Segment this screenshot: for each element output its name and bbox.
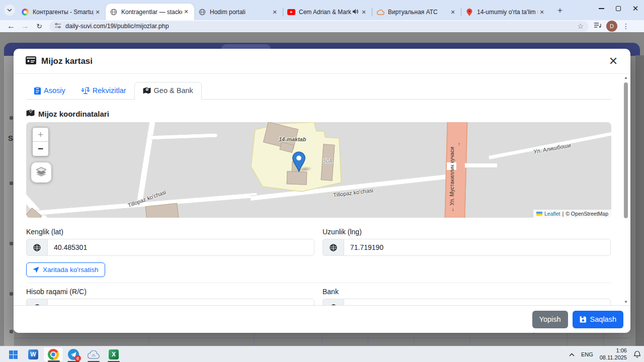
globe-favicon-icon	[198, 8, 206, 16]
windows-taskbar: W 8 X ENG	[0, 346, 644, 362]
osm-link[interactable]: © OpenStreetMap	[566, 211, 608, 217]
profile-avatar[interactable]: D	[606, 21, 617, 32]
show-on-map-button[interactable]: Xaritada ko'rsatish	[26, 262, 105, 277]
map-direction-arrow: ↑	[458, 141, 460, 147]
tab-audio-icon[interactable]	[352, 9, 358, 16]
modal-body: Asosiy Rekvizitlar Geo & Bank Mijoz koor…	[14, 74, 630, 305]
smartup-favicon-icon	[21, 8, 29, 16]
browser-tab-school-map[interactable]: 14-umumiy o'rta ta'lim ma ✕	[461, 4, 550, 20]
tab-groups-icon[interactable]	[594, 22, 601, 31]
map-road-connector	[465, 163, 497, 168]
account-label: Hisob raqami (R/C)	[26, 288, 314, 296]
leaflet-link[interactable]: Leaflet	[544, 211, 560, 217]
show-on-map-label: Xaritada ko'rsatish	[43, 266, 99, 274]
tab-geo-bank[interactable]: Geo & Bank	[134, 82, 202, 100]
tab-close-icon[interactable]: ✕	[538, 8, 546, 16]
reload-button[interactable]: ↻	[32, 22, 46, 30]
browser-tab-ats[interactable]: Виртуальная АТС ✕	[372, 4, 461, 20]
window-close-button[interactable]: ✕	[627, 0, 644, 17]
address-bar[interactable]: daily-suvi.com/19l/public/mijozlar.php ☆	[49, 21, 589, 32]
attribution-separator: |	[562, 211, 564, 217]
taskbar-excel-button[interactable]: X	[104, 347, 124, 362]
taskbar-chrome-button[interactable]	[43, 347, 63, 362]
window-minimize-button[interactable]	[593, 0, 610, 17]
save-label: Saqlash	[590, 315, 616, 323]
mijoz-kartasi-modal: Mijoz kartasi ✕ Asosiy Rekvizitlar Geo &…	[14, 49, 630, 333]
tab-close-icon[interactable]: ✕	[182, 8, 190, 16]
tab-rekvizitlar[interactable]: Rekvizitlar	[73, 82, 134, 99]
taskbar-chevron-icon[interactable]	[569, 353, 575, 356]
taskbar-cloud-app-button[interactable]	[84, 347, 104, 362]
tab-close-icon[interactable]: ✕	[271, 8, 279, 16]
account-input[interactable]	[47, 299, 314, 305]
modal-scrollbar[interactable]: ▲ ▼	[623, 75, 629, 304]
tab-close-icon[interactable]: ✕	[449, 8, 457, 16]
cloud-favicon-icon	[376, 8, 384, 16]
browser-tab-youtube[interactable]: Cem Adrian & Mark Eli ✕	[283, 4, 372, 20]
scrollbar-thumb[interactable]	[624, 82, 628, 218]
site-settings-icon[interactable]	[54, 22, 61, 31]
scroll-down-icon[interactable]: ▼	[624, 300, 628, 304]
globe-addon-icon	[26, 239, 47, 256]
section-divider	[26, 283, 611, 283]
tab-asosiy[interactable]: Asosiy	[26, 82, 73, 99]
window-restore-button[interactable]	[610, 0, 627, 17]
map-location-icon	[26, 109, 35, 118]
zoom-in-button[interactable]: +	[33, 128, 48, 142]
tab-close-icon[interactable]: ✕	[94, 8, 102, 16]
tab-title: Виртуальная АТС	[388, 9, 449, 16]
map-label-school: 14-maktab	[279, 136, 306, 142]
clock-date: 08.11.2025	[600, 354, 627, 361]
notification-bell-icon[interactable]	[633, 350, 641, 358]
lat-input[interactable]	[47, 239, 314, 256]
modal-tab-bar: Asosiy Rekvizitlar Geo & Bank	[26, 80, 611, 100]
map-label-50a: 50A	[324, 158, 333, 164]
bank-label: Bank	[323, 288, 611, 296]
browser-tab-hodim[interactable]: Hodim portali ✕	[194, 4, 283, 20]
tab-label: Rekvizitlar	[93, 86, 126, 95]
close-button[interactable]: Yopish	[532, 311, 568, 328]
map-attribution: Leaflet | © OpenStreetMap	[533, 210, 611, 218]
map-road-mustakillik	[444, 122, 467, 218]
forward-button[interactable]: →	[18, 22, 32, 31]
language-indicator[interactable]: ENG	[581, 351, 593, 357]
scroll-up-icon[interactable]: ▲	[624, 75, 628, 80]
tab-close-icon[interactable]: ✕	[360, 8, 368, 16]
browser-tab-kontragentlar[interactable]: Kontragentlar — stacked m ✕	[106, 4, 194, 20]
taskbar-word-button[interactable]: W	[23, 347, 43, 362]
map-road-alishboshi	[489, 130, 611, 160]
clock[interactable]: 1:06 08.11.2025	[600, 347, 627, 361]
zoom-out-button[interactable]: −	[33, 142, 48, 156]
browser-tab-smartup[interactable]: Контрагенты - Smartup ✕	[17, 4, 106, 20]
map-layers-control[interactable]	[31, 162, 51, 183]
map-zoom-control: + −	[32, 127, 49, 156]
lng-input[interactable]	[344, 239, 611, 256]
modal-close-icon[interactable]: ✕	[606, 54, 620, 68]
modal-header: Mijoz kartasi ✕	[14, 49, 630, 74]
background-glyph	[10, 242, 13, 245]
tab-search-chevron-icon[interactable]	[4, 5, 15, 16]
globe-favicon-icon	[110, 8, 118, 16]
modal-title: Mijoz kartasi	[41, 56, 93, 66]
globe-addon-icon	[323, 239, 344, 256]
browser-tab-strip: Контрагенты - Smartup ✕ Kontragentlar — …	[0, 0, 644, 20]
map-marker-icon[interactable]	[292, 151, 305, 172]
tab-title: Cem Adrian & Mark Eli	[299, 9, 352, 16]
taskbar-telegram-button[interactable]: 8	[63, 347, 84, 362]
background-page-left-edge: S	[4, 56, 14, 346]
new-tab-button[interactable]: +	[554, 5, 566, 16]
background-glyph	[10, 182, 13, 185]
bookmark-star-icon[interactable]: ☆	[577, 22, 584, 30]
leaflet-map[interactable]: 14-maktab 50A Tillopaz ko'chasi Tillopaz…	[26, 122, 611, 218]
browser-menu-icon[interactable]: ⋮	[622, 22, 629, 30]
start-button[interactable]	[3, 347, 23, 362]
section-title-koordinatalari: Mijoz koordinatalari	[26, 109, 611, 118]
back-button[interactable]: ←	[4, 22, 18, 31]
background-glyph	[10, 330, 13, 333]
background-table: 22:08:04 Viloyati	[14, 331, 630, 346]
save-button[interactable]: Saqlash	[573, 311, 623, 328]
bank-input[interactable]	[344, 299, 611, 305]
lat-label: Kenglik (lat)	[26, 228, 314, 236]
url-text[interactable]: daily-suvi.com/19l/public/mijozlar.php	[65, 23, 577, 30]
map-pin-favicon-icon	[465, 8, 473, 16]
